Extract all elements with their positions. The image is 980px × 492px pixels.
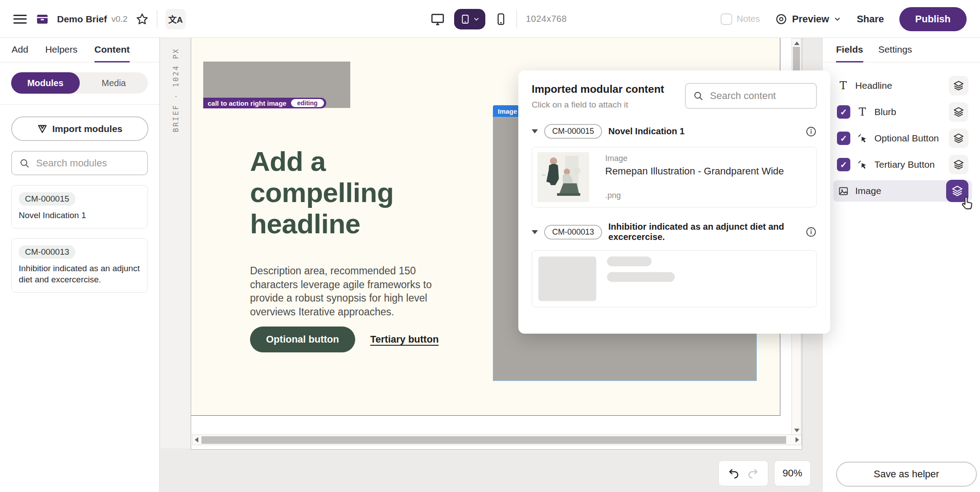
field-row-optional-button[interactable]: ✓ Optional Button [833, 128, 972, 149]
horizontal-scrollbar[interactable] [192, 434, 802, 445]
eye-icon [775, 13, 787, 25]
preview-button[interactable]: Preview [775, 13, 841, 25]
search-icon [19, 158, 30, 169]
publish-button[interactable]: Publish [899, 7, 967, 31]
left-sidebar-tabs: Add Helpers Content [0, 38, 159, 62]
scroll-left-arrow[interactable] [195, 437, 198, 442]
brief-icon [36, 12, 49, 26]
optional-button[interactable]: Optional button [250, 327, 355, 352]
segment-media[interactable]: Media [80, 72, 148, 94]
info-icon[interactable] [805, 226, 817, 238]
star-icon[interactable] [135, 12, 149, 26]
tab-settings[interactable]: Settings [878, 38, 912, 62]
scroll-down-arrow[interactable] [794, 429, 800, 432]
layers-icon[interactable] [949, 76, 968, 95]
text-field-icon: T [837, 79, 849, 92]
cursor-click-icon [856, 133, 869, 144]
zoom-level-control[interactable]: 90% [774, 460, 811, 486]
module-id-badge: CM-000013 [19, 245, 75, 259]
right-sidebar-tabs: Fields Settings [823, 38, 980, 62]
asset-card-loading[interactable] [532, 250, 817, 307]
checkbox-checked[interactable]: ✓ [837, 158, 850, 171]
import-modules-button[interactable]: Import modules [11, 116, 148, 141]
redo-icon[interactable] [746, 467, 759, 480]
asset-card-image[interactable]: Image Remepan Illustration - Grandparent… [532, 147, 817, 207]
module-card[interactable]: CM-000013 Inhibitior indicated as an adj… [11, 238, 148, 293]
menu-icon[interactable] [12, 13, 28, 25]
topbar: Demo Brief v0.2 文A 1024x768 Notes [0, 0, 980, 38]
field-label: Image [855, 186, 881, 196]
search-content-input[interactable] [710, 90, 809, 102]
module-group-title: Inhibitior indicated as an adjunct diet … [608, 222, 793, 242]
divider [157, 10, 157, 28]
chevron-down-icon [833, 15, 841, 23]
notes-toggle[interactable]: Notes [721, 13, 760, 25]
field-row-headline[interactable]: T Headline [833, 75, 972, 96]
translate-icon[interactable]: 文A [165, 9, 186, 29]
tab-helpers[interactable]: Helpers [45, 38, 77, 62]
vertical-scroll-thumb[interactable] [793, 47, 800, 73]
field-label: Blurb [874, 107, 896, 117]
modules-media-switch: Modules Media [11, 72, 148, 94]
text-field-icon: T [856, 106, 869, 118]
tablet-toggle-active[interactable] [454, 9, 485, 29]
undo-redo-controls [718, 460, 768, 486]
skeleton-line [607, 256, 652, 266]
collapse-caret-icon[interactable] [532, 230, 538, 234]
layers-icon[interactable] [949, 128, 968, 148]
tablet-icon [460, 14, 471, 25]
scroll-up-arrow[interactable] [794, 41, 800, 45]
modal-title: Imported modular content [532, 83, 664, 95]
info-icon[interactable] [805, 126, 817, 137]
hand-cursor-icon [959, 195, 976, 212]
search-modules-input[interactable] [36, 157, 140, 169]
divider [517, 10, 517, 28]
module-id-pill: CM-000013 [544, 225, 602, 240]
checkbox-checked[interactable]: ✓ [837, 105, 850, 119]
module-card[interactable]: CM-000015 Novel Indication 1 [11, 185, 148, 228]
right-sidebar: Fields Settings T Headline ✓ T Blurb ✓ O… [822, 38, 980, 492]
phone-icon[interactable] [494, 12, 508, 26]
editing-status-badge: editing [291, 99, 324, 107]
module-label-text: call to action right image [208, 99, 287, 107]
layers-icon[interactable] [949, 155, 968, 174]
canvas-description[interactable]: Description area, recommended 150 charac… [250, 264, 464, 318]
horizontal-scroll-thumb[interactable] [201, 436, 786, 444]
desktop-icon[interactable] [430, 12, 445, 27]
search-modules-box [11, 151, 148, 175]
save-as-helper-button[interactable]: Save as helper [836, 462, 977, 487]
field-row-blurb[interactable]: ✓ T Blurb [833, 101, 972, 123]
checkbox-checked[interactable]: ✓ [837, 132, 850, 145]
field-label: Headline [855, 80, 892, 91]
preview-label: Preview [792, 13, 829, 25]
field-row-tertiary-button[interactable]: ✓ Tertiary Button [833, 154, 972, 175]
notes-checkbox[interactable] [721, 13, 732, 25]
share-button[interactable]: Share [857, 13, 884, 25]
tab-add[interactable]: Add [12, 38, 28, 62]
search-content-box [685, 83, 817, 109]
module-id-pill: CM-000015 [544, 124, 602, 139]
tertiary-button[interactable]: Tertiary button [370, 334, 439, 345]
asset-name: Remepan Illustration - Grandparent Wide [605, 165, 784, 177]
document-version: v0.2 [111, 14, 127, 24]
field-label: Tertiary Button [874, 159, 935, 170]
collapse-caret-icon[interactable] [532, 129, 538, 133]
canvas-ruler: BRIEF · 1024 PX [160, 38, 190, 448]
canvas-headline[interactable]: Add a compelling headline [250, 146, 451, 240]
import-icon [37, 124, 48, 134]
fields-list: T Headline ✓ T Blurb ✓ Optional Button [823, 62, 980, 202]
undo-icon[interactable] [728, 467, 740, 480]
divider [0, 104, 159, 105]
tab-content[interactable]: Content [94, 38, 130, 62]
image-selection-tag: Image [493, 105, 519, 117]
chevron-down-icon [473, 16, 480, 23]
canvas-cta-row: Optional button Tertiary button [250, 327, 439, 352]
segment-modules[interactable]: Modules [11, 72, 80, 94]
field-row-image-selected[interactable]: Image [833, 180, 972, 202]
tab-fields[interactable]: Fields [836, 38, 863, 62]
document-title: Demo Brief [57, 14, 107, 25]
modal-subtitle: Click on a field to attach it [532, 100, 664, 110]
layers-icon[interactable] [949, 102, 968, 122]
scroll-right-arrow[interactable] [795, 437, 799, 442]
import-modules-label: Import modules [52, 124, 123, 134]
